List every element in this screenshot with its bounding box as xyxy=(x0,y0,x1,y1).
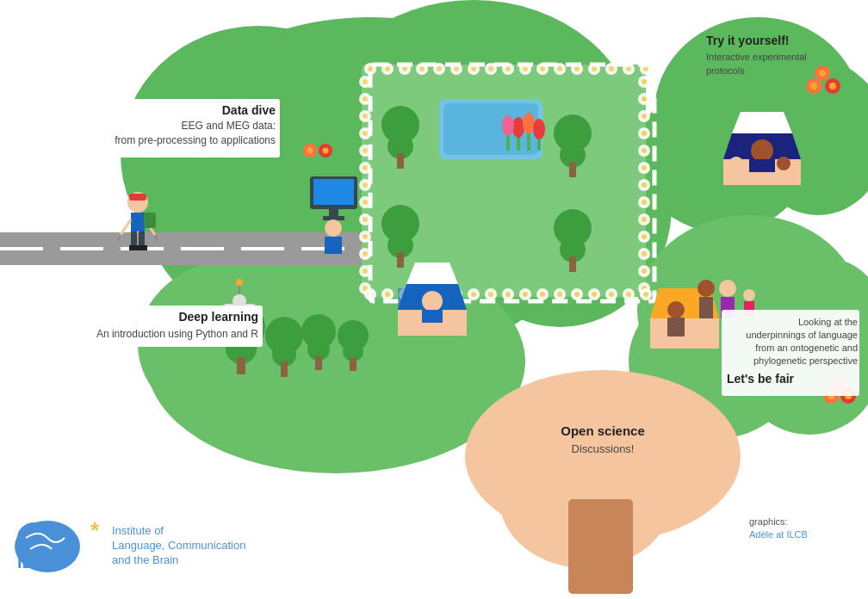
svg-point-225 xyxy=(307,148,313,154)
svg-point-163 xyxy=(523,113,535,133)
svg-point-246 xyxy=(236,279,243,286)
svg-point-178 xyxy=(272,343,296,367)
svg-rect-237 xyxy=(129,245,140,250)
svg-point-87 xyxy=(638,76,650,88)
svg-point-54 xyxy=(540,66,545,71)
svg-point-81 xyxy=(363,200,368,205)
svg-point-6 xyxy=(654,17,861,207)
svg-text:Deep learning: Deep learning xyxy=(178,310,258,324)
svg-rect-242 xyxy=(229,311,238,319)
svg-point-269 xyxy=(17,522,52,553)
svg-point-151 xyxy=(554,114,592,152)
svg-point-180 xyxy=(301,314,336,349)
svg-rect-153 xyxy=(569,162,576,177)
svg-point-12 xyxy=(741,306,868,435)
svg-point-45 xyxy=(385,66,390,71)
svg-marker-202 xyxy=(650,288,719,318)
svg-text:Try it yourself!: Try it yourself! xyxy=(706,34,789,47)
svg-point-106 xyxy=(642,182,647,188)
svg-point-72 xyxy=(359,265,371,277)
svg-point-1 xyxy=(121,26,396,284)
svg-rect-185 xyxy=(350,358,356,371)
svg-point-198 xyxy=(751,139,773,162)
svg-rect-150 xyxy=(397,153,404,169)
svg-point-78 xyxy=(363,148,368,153)
svg-point-64 xyxy=(359,127,371,139)
svg-point-7 xyxy=(749,60,868,215)
svg-point-181 xyxy=(307,338,330,361)
svg-point-161 xyxy=(512,117,524,138)
svg-point-97 xyxy=(638,248,650,260)
svg-rect-189 xyxy=(415,288,424,310)
svg-point-122 xyxy=(519,288,531,300)
svg-point-177 xyxy=(265,317,303,355)
svg-point-221 xyxy=(845,392,852,399)
svg-point-104 xyxy=(642,148,647,153)
svg-point-213 xyxy=(810,83,817,90)
svg-point-108 xyxy=(642,217,647,222)
svg-rect-239 xyxy=(144,213,156,228)
svg-point-34 xyxy=(485,63,497,75)
svg-rect-235 xyxy=(131,232,137,247)
svg-point-142 xyxy=(574,292,580,297)
svg-point-216 xyxy=(815,65,830,81)
svg-point-131 xyxy=(385,292,390,297)
svg-rect-170 xyxy=(329,209,338,216)
svg-point-112 xyxy=(642,286,647,291)
svg-rect-194 xyxy=(422,310,443,323)
svg-point-70 xyxy=(359,231,371,243)
svg-text:Language, Communication: Language, Communication xyxy=(112,539,245,552)
svg-text:*: * xyxy=(90,517,100,543)
svg-rect-236 xyxy=(139,232,145,247)
svg-point-152 xyxy=(560,142,586,168)
svg-rect-25 xyxy=(439,99,542,159)
svg-point-28 xyxy=(381,63,394,75)
svg-point-214 xyxy=(825,78,840,94)
svg-point-193 xyxy=(422,291,443,312)
svg-rect-244 xyxy=(232,323,246,327)
svg-text:Looking at the: Looking at the xyxy=(798,317,858,327)
svg-point-33 xyxy=(468,63,480,75)
svg-point-172 xyxy=(325,219,342,237)
svg-point-30 xyxy=(416,63,428,75)
svg-rect-26 xyxy=(443,103,538,155)
svg-point-128 xyxy=(623,288,635,300)
svg-point-13 xyxy=(465,370,741,542)
svg-rect-258 xyxy=(722,310,859,396)
svg-point-124 xyxy=(554,288,566,300)
svg-point-93 xyxy=(638,179,650,191)
svg-point-119 xyxy=(468,288,480,300)
svg-rect-162 xyxy=(527,125,530,151)
svg-point-51 xyxy=(488,66,493,71)
svg-point-36 xyxy=(519,63,531,75)
svg-point-9 xyxy=(637,215,861,404)
svg-rect-197 xyxy=(723,159,801,185)
svg-point-31 xyxy=(433,63,445,75)
svg-point-134 xyxy=(437,292,442,297)
svg-text:and the Brain: and the Brain xyxy=(112,553,178,566)
svg-rect-168 xyxy=(310,176,357,209)
svg-point-227 xyxy=(323,148,329,154)
svg-point-206 xyxy=(698,280,715,297)
svg-point-56 xyxy=(574,66,580,71)
svg-point-268 xyxy=(15,521,80,572)
svg-rect-182 xyxy=(315,356,322,370)
svg-point-138 xyxy=(505,292,511,297)
svg-point-4 xyxy=(146,250,525,473)
svg-rect-190 xyxy=(432,288,441,310)
svg-point-14 xyxy=(499,430,672,568)
svg-point-86 xyxy=(363,286,368,291)
svg-point-184 xyxy=(343,341,363,361)
svg-point-29 xyxy=(399,63,411,75)
svg-point-5 xyxy=(138,258,344,430)
svg-point-61 xyxy=(359,76,371,88)
svg-rect-255 xyxy=(90,306,263,347)
svg-point-94 xyxy=(638,196,650,208)
svg-point-27 xyxy=(364,63,376,75)
svg-rect-188 xyxy=(398,288,406,310)
svg-text:Let's be fair: Let's be fair xyxy=(727,372,795,386)
svg-point-59 xyxy=(626,66,631,71)
svg-rect-240 xyxy=(222,304,257,334)
svg-text:EEG and MEG data:: EEG and MEG data: xyxy=(182,120,276,132)
svg-point-71 xyxy=(359,248,371,260)
